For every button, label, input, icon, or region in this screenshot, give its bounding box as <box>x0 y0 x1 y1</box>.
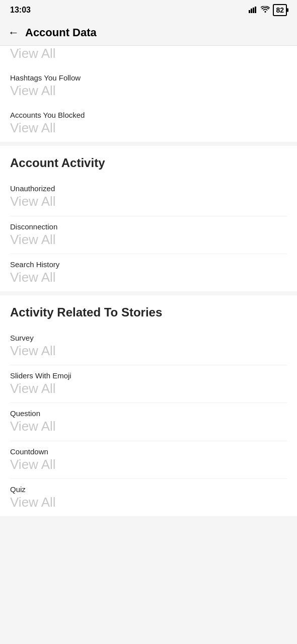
page-title: Account Data <box>25 26 97 39</box>
signal-icon <box>249 6 258 15</box>
unauthorized-view-all-link[interactable]: View All <box>10 194 287 209</box>
svg-rect-0 <box>249 10 250 13</box>
countdown-view-all-link[interactable]: View All <box>10 457 287 472</box>
quiz-label: Quiz <box>10 485 287 494</box>
quiz-item: Quiz View All <box>10 479 287 516</box>
status-time: 13:03 <box>10 6 31 15</box>
stories-activity-items: Survey View All Sliders With Emoji View … <box>0 328 297 516</box>
hashtags-section: Hashtags You Follow View All <box>0 67 297 105</box>
search-history-item: Search History View All <box>10 254 287 291</box>
top-view-all-link[interactable]: View All <box>10 46 56 61</box>
top-view-all-section: View All <box>0 46 297 67</box>
account-activity-title: Account Activity <box>0 146 297 178</box>
blocked-item: Accounts You Blocked View All <box>10 105 287 142</box>
divider-1 <box>0 142 297 146</box>
question-view-all-link[interactable]: View All <box>10 419 287 434</box>
survey-item: Survey View All <box>10 328 287 365</box>
question-item: Question View All <box>10 403 287 441</box>
divider-2 <box>0 291 297 295</box>
question-label: Question <box>10 409 287 418</box>
search-history-label: Search History <box>10 260 287 269</box>
hashtags-label: Hashtags You Follow <box>10 73 287 82</box>
hashtags-view-all-link[interactable]: View All <box>10 83 287 99</box>
blocked-view-all-link[interactable]: View All <box>10 120 287 136</box>
account-activity-items: Unauthorized View All Disconnection View… <box>0 178 297 291</box>
hashtags-item: Hashtags You Follow View All <box>10 67 287 105</box>
sliders-emoji-item: Sliders With Emoji View All <box>10 365 287 403</box>
status-icons: 82 <box>249 4 287 16</box>
quiz-view-all-link[interactable]: View All <box>10 495 287 510</box>
sliders-emoji-view-all-link[interactable]: View All <box>10 381 287 396</box>
blocked-label: Accounts You Blocked <box>10 111 287 119</box>
disconnection-label: Disconnection <box>10 222 287 231</box>
sliders-emoji-label: Sliders With Emoji <box>10 371 287 380</box>
stories-activity-section: Activity Related To Stories Survey View … <box>0 295 297 516</box>
content-area: View All Hashtags You Follow View All Ac… <box>0 46 297 516</box>
unauthorized-label: Unauthorized <box>10 184 287 193</box>
countdown-item: Countdown View All <box>10 441 287 479</box>
svg-rect-3 <box>255 7 256 13</box>
svg-point-4 <box>265 11 266 13</box>
stories-activity-title: Activity Related To Stories <box>0 295 297 328</box>
battery-icon: 82 <box>273 4 287 16</box>
account-activity-section: Account Activity Unauthorized View All D… <box>0 146 297 291</box>
search-history-view-all-link[interactable]: View All <box>10 270 287 285</box>
blocked-section: Accounts You Blocked View All <box>0 105 297 142</box>
svg-rect-2 <box>253 8 254 13</box>
status-bar: 13:03 82 <box>0 0 297 20</box>
wifi-icon <box>261 6 270 15</box>
svg-rect-1 <box>251 9 252 13</box>
page-header: ← Account Data <box>0 20 297 46</box>
disconnection-view-all-link[interactable]: View All <box>10 232 287 248</box>
survey-label: Survey <box>10 334 287 342</box>
survey-view-all-link[interactable]: View All <box>10 343 287 359</box>
back-button[interactable]: ← <box>8 26 19 39</box>
unauthorized-item: Unauthorized View All <box>10 178 287 216</box>
disconnection-item: Disconnection View All <box>10 216 287 254</box>
countdown-label: Countdown <box>10 447 287 456</box>
